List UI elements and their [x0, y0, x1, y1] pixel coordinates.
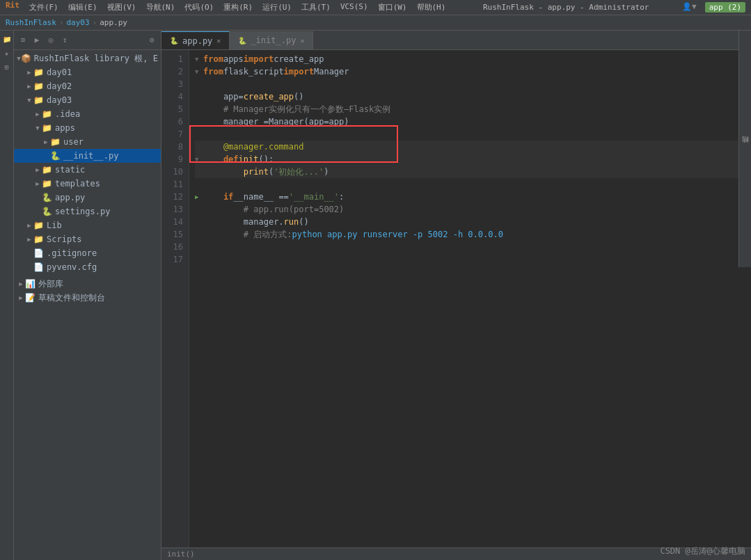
menu-window[interactable]: 窗口(W) — [374, 1, 411, 14]
window-controls[interactable]: 👤▼ app (2) — [682, 2, 745, 13]
breadcrumb-root[interactable]: RushInFlask — [6, 18, 56, 27]
scroll-to-btn[interactable]: ◎ — [45, 34, 57, 47]
user-arrow: ▶ — [42, 138, 50, 145]
code-line-14: manager.run() — [195, 216, 745, 228]
folder-day01-icon: 📁 — [33, 67, 44, 77]
tree-day02-label: day02 — [47, 81, 72, 91]
fold-9: ▼ — [195, 153, 203, 166]
folder-idea-icon: 📁 — [42, 109, 52, 119]
editor-tabs[interactable]: 🐍 app.py ✕ 🐍 _init_.py ✕ — [161, 31, 751, 50]
tree-templates[interactable]: ▶ 📁 templates — [14, 177, 161, 191]
line-numbers: 12345 678910 1112131415 1617 — [161, 50, 189, 547]
tree-user[interactable]: ▶ 📁 user — [14, 135, 161, 149]
menu-navigate[interactable]: 导航(N) — [142, 1, 180, 14]
sidebar-toolbar: ≡ ▶ ◎ ↕ ⚙ — [14, 31, 161, 50]
gitignore-icon: 📄 — [33, 248, 44, 258]
templates-arrow: ▶ — [33, 180, 42, 187]
tab-init-py-label: _init_.py — [251, 35, 296, 45]
menu-vcs[interactable]: VCS(S) — [336, 1, 372, 14]
scratch-icon: 📝 — [25, 293, 35, 303]
menu-code[interactable]: 代码(O) — [180, 1, 218, 14]
code-line-8: @manager.command — [195, 141, 745, 153]
fold-2: ▼ — [195, 65, 203, 78]
tree-day03[interactable]: ▼ 📁 day03 — [14, 93, 161, 107]
menu-edit[interactable]: 编辑(E) — [64, 1, 102, 14]
tree-gitignore[interactable]: ▶ 📄 .gitignore — [14, 246, 161, 260]
tree-templates-label: templates — [55, 179, 100, 189]
settings-gear-icon[interactable]: ⚙ — [145, 34, 158, 47]
status-function: init() — [167, 550, 195, 559]
breadcrumb-file[interactable]: app.py — [100, 18, 127, 27]
code-line-11 — [195, 178, 745, 191]
structure-icon[interactable]: ⊞ — [1, 61, 13, 72]
menu-tools[interactable]: 工具(T) — [297, 1, 335, 14]
tree-day01-label: day01 — [47, 67, 72, 77]
project-icon[interactable]: 📁 — [1, 33, 13, 45]
tree-day03-label: day03 — [47, 95, 72, 105]
code-content[interactable]: ▼ from apps import create_app ▼ from fla… — [189, 50, 751, 547]
window-title: RushInFlask - app.py - Administrator — [450, 3, 682, 12]
tab-app-py-label: app.py — [182, 36, 212, 46]
tree-lib[interactable]: ▶ 📁 Lib — [14, 218, 161, 232]
tree-external-libs[interactable]: ▶ 📊 外部库 — [14, 277, 161, 291]
run-config[interactable]: app (2) — [705, 2, 745, 13]
tree-static[interactable]: ▶ 📁 static — [14, 163, 161, 177]
idea-arrow: ▶ — [33, 111, 42, 118]
tab-app-py-icon: 🐍 — [170, 37, 178, 45]
tree-scripts[interactable]: ▶ 📁 Scripts — [14, 232, 161, 246]
tab-init-py-close[interactable]: ✕ — [300, 37, 304, 45]
tab-init-py-icon: 🐍 — [238, 37, 246, 45]
menu-bar[interactable]: Rit 文件(F) 编辑(E) 视图(V) 导航(N) 代码(O) 重构(R) … — [6, 1, 450, 14]
expand-btn[interactable]: ▶ — [31, 34, 43, 47]
code-editor[interactable]: 12345 678910 1112131415 1617 ▼ from apps… — [161, 50, 751, 547]
tree-app-py[interactable]: ▶ 🐍 app.py — [14, 191, 161, 205]
collapse-all-btn[interactable]: ≡ — [17, 34, 29, 47]
menu-file[interactable]: 文件(F) — [25, 1, 63, 14]
tree-app-py-label: app.py — [55, 193, 85, 202]
sort-btn[interactable]: ↕ — [58, 34, 71, 47]
folder-lib-icon: 📁 — [33, 221, 44, 230]
tree-pyvenv[interactable]: ▶ 📄 pyvenv.cfg — [14, 260, 161, 274]
menu-refactor[interactable]: 重构(R) — [219, 1, 257, 14]
code-line-1: ▼ from apps import create_app — [195, 53, 745, 65]
chart-icon: 📊 — [25, 279, 35, 289]
watermark: CSDN @岳涛@心馨电脑 — [660, 545, 745, 557]
menu-run[interactable]: 运行(U) — [258, 1, 296, 14]
tree-root-label: RushInFlask library 根, E — [34, 53, 158, 65]
tree-root[interactable]: ▼ 📦 RushInFlask library 根, E — [14, 51, 161, 65]
tree-apps[interactable]: ▼ 📁 apps — [14, 121, 161, 135]
tree-idea[interactable]: ▶ 📁 .idea — [14, 107, 161, 121]
python-file-icon: 🐍 — [50, 151, 61, 161]
lib-arrow: ▶ — [25, 222, 33, 229]
code-line-4: app = create_app() — [195, 90, 745, 103]
folder-scripts-icon: 📁 — [33, 234, 44, 244]
menu-help[interactable]: 帮助(H) — [413, 1, 450, 14]
tree-settings-py[interactable]: ▶ 🐍 settings.py — [14, 205, 161, 218]
tree-apps-label: apps — [55, 123, 75, 133]
tree-settings-py-label: settings.py — [55, 207, 110, 216]
tree-scratch-files[interactable]: ▶ 📝 草稿文件和控制台 — [14, 291, 161, 305]
day02-arrow: ▶ — [25, 83, 33, 90]
tree-day01[interactable]: ▶ 📁 day01 — [14, 65, 161, 79]
user-icon: 👤▼ — [682, 2, 697, 13]
breadcrumb-day03[interactable]: day03 — [66, 18, 89, 27]
tree-init-py[interactable]: ▶ 🐍 __init__.py — [14, 149, 161, 163]
tree-day02[interactable]: ▶ 📁 day02 — [14, 79, 161, 93]
day03-arrow: ▼ — [25, 97, 33, 104]
tab-init-py[interactable]: 🐍 _init_.py ✕ — [230, 31, 313, 49]
tab-app-py-close[interactable]: ✕ — [216, 37, 221, 45]
code-line-7 — [195, 128, 745, 141]
folder-icon: 📦 — [21, 54, 31, 63]
code-line-9: ▼ def init(): — [195, 153, 745, 166]
menu-view[interactable]: 视图(V) — [103, 1, 141, 14]
folder-templates-icon: 📁 — [42, 179, 52, 189]
tab-app-py[interactable]: 🐍 app.py ✕ — [161, 31, 230, 49]
folder-user-icon: 📁 — [50, 137, 61, 147]
tree-static-label: static — [55, 165, 85, 175]
bookmark-icon[interactable]: ★ — [1, 47, 13, 58]
right-sidebar[interactable]: 结构 — [738, 31, 751, 267]
tree-user-label: user — [63, 137, 84, 147]
file-tree[interactable]: ▼ 📦 RushInFlask library 根, E ▶ 📁 day01 ▶… — [14, 50, 161, 560]
fold-1: ▼ — [195, 53, 203, 65]
folder-apps-icon: 📁 — [42, 123, 52, 133]
